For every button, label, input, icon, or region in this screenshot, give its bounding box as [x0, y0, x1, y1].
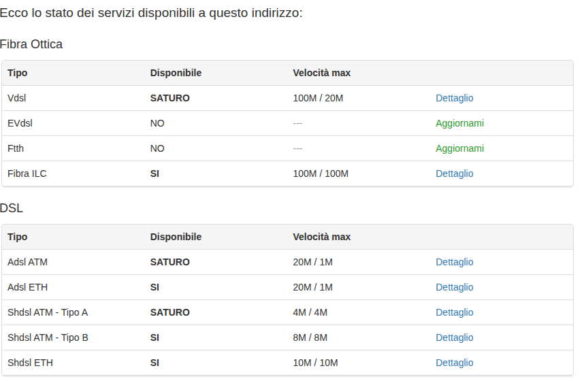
tipo-cell: Ftth [2, 135, 145, 161]
fibra-ottica-table: Tipo Disponibile Velocità max Vdsl SATUR… [1, 60, 574, 186]
tipo-cell: EVdsl [2, 110, 145, 135]
column-header-tipo: Tipo [2, 225, 145, 250]
status-cell: SATURO [145, 250, 288, 274]
section-heading-dsl: DSL [0, 201, 574, 215]
table-row: EVdsl NO --- Aggiornami [2, 110, 573, 135]
dettaglio-link[interactable]: Dettaglio [436, 93, 473, 103]
table-row: Shdsl ATM - Tipo A SATURO 4M / 4M Dettag… [2, 299, 573, 325]
column-header-velocita-max: Velocità max [288, 225, 431, 250]
dsl-table: Tipo Disponibile Velocità max Adsl ATM S… [1, 224, 574, 376]
velocita-cell: 10M / 10M [288, 350, 431, 375]
dettaglio-link[interactable]: Dettaglio [436, 282, 473, 293]
table-row: Ftth NO --- Aggiornami [2, 135, 573, 161]
section-heading-fibra-ottica: Fibra Ottica [0, 37, 574, 51]
velocita-cell: 20M / 1M [288, 274, 431, 299]
table-row: Fibra ILC SI 100M / 100M Dettaglio [2, 161, 573, 186]
dettaglio-link[interactable]: Dettaglio [436, 332, 473, 343]
dettaglio-link[interactable]: Dettaglio [436, 256, 473, 267]
table-row: Vdsl SATURO 100M / 20M Dettaglio [2, 86, 573, 110]
status-cell: SI [145, 350, 288, 375]
dettaglio-link[interactable]: Dettaglio [436, 307, 473, 318]
aggiornami-link[interactable]: Aggiornami [436, 143, 484, 154]
tipo-cell: Shdsl ETH [2, 350, 145, 375]
status-cell: SATURO [145, 299, 288, 325]
dettaglio-link[interactable]: Dettaglio [436, 168, 473, 179]
velocita-cell: 100M / 100M [288, 161, 431, 186]
column-header-velocita-max: Velocità max [288, 61, 431, 86]
column-header-tipo: Tipo [2, 61, 145, 86]
tipo-cell: Shdsl ATM - Tipo A [2, 299, 145, 325]
column-header-empty [430, 225, 573, 250]
table-row: Shdsl ETH SI 10M / 10M Dettaglio [2, 350, 573, 375]
status-cell: SI [145, 274, 288, 299]
table-row: Adsl ATM SATURO 20M / 1M Dettaglio [2, 250, 573, 274]
column-header-empty [430, 61, 573, 86]
velocita-cell: --- [288, 135, 431, 161]
tipo-cell: Adsl ETH [2, 274, 145, 299]
table-header-row: Tipo Disponibile Velocità max [2, 225, 573, 250]
tipo-cell: Fibra ILC [2, 161, 145, 186]
velocita-cell: 20M / 1M [288, 250, 431, 274]
status-cell: SI [145, 161, 288, 186]
velocita-cell: 8M / 8M [288, 325, 431, 350]
service-status-page: Ecco lo stato dei servizi disponibili a … [0, 0, 588, 376]
status-cell: SATURO [145, 86, 288, 110]
column-header-disponibile: Disponibile [145, 61, 288, 86]
table-header-row: Tipo Disponibile Velocità max [2, 61, 573, 86]
status-cell: NO [145, 110, 288, 135]
velocita-cell: 100M / 20M [288, 86, 431, 110]
dettaglio-link[interactable]: Dettaglio [436, 357, 473, 368]
status-cell: NO [145, 135, 288, 161]
status-cell: SI [145, 325, 288, 350]
aggiornami-link[interactable]: Aggiornami [436, 118, 484, 129]
tipo-cell: Adsl ATM [2, 250, 145, 274]
table-row: Shdsl ATM - Tipo B SI 8M / 8M Dettaglio [2, 325, 573, 350]
velocita-cell: --- [288, 110, 431, 135]
table-row: Adsl ETH SI 20M / 1M Dettaglio [2, 274, 573, 299]
column-header-disponibile: Disponibile [145, 225, 288, 250]
tipo-cell: Vdsl [2, 86, 145, 110]
page-title: Ecco lo stato dei servizi disponibili a … [0, 5, 574, 20]
velocita-cell: 4M / 4M [288, 299, 431, 325]
tipo-cell: Shdsl ATM - Tipo B [2, 325, 145, 350]
